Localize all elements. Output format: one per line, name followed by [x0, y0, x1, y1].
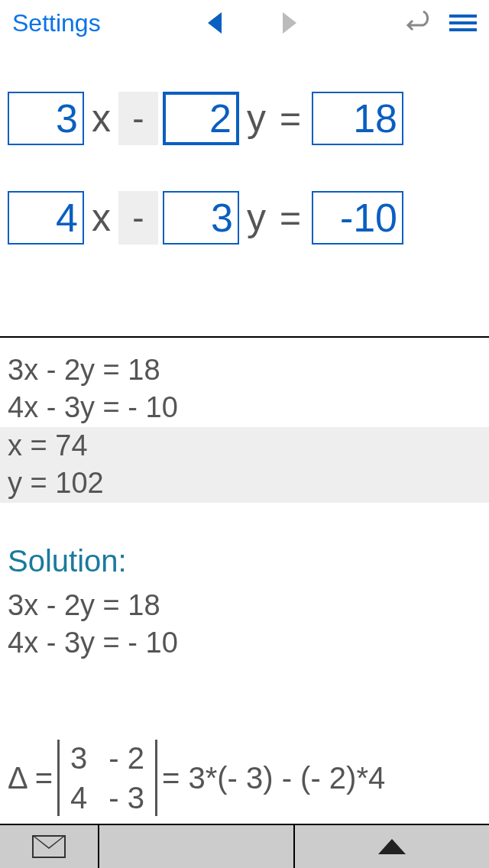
equation-input-area: x - y = x - y = — [0, 46, 489, 329]
delta-label: Δ = — [8, 758, 53, 798]
sign-toggle-2[interactable]: - — [118, 191, 158, 245]
const-c1-input[interactable] — [312, 92, 403, 145]
coef-b1-input[interactable] — [163, 92, 239, 145]
mail-button[interactable] — [0, 825, 99, 868]
bottom-toolbar — [0, 824, 489, 868]
solution-eq1: 3x - 2y = 18 — [8, 587, 481, 624]
bottom-empty-segment[interactable] — [99, 825, 295, 868]
header-actions — [403, 9, 477, 37]
determinant-matrix: 3 - 2 4 - 3 — [57, 738, 157, 818]
equation-row-2: x - y = — [8, 191, 481, 245]
det-m10: 4 — [70, 778, 87, 818]
solution-highlight: x = 74 y = 102 — [0, 427, 489, 503]
mail-icon — [32, 835, 66, 858]
undo-icon[interactable] — [403, 9, 431, 37]
result-eq2: 4x - 3y = - 10 — [8, 389, 481, 426]
sign-toggle-1[interactable]: - — [118, 92, 158, 145]
det-m01: - 2 — [108, 738, 144, 778]
det-bar-right — [155, 740, 157, 816]
header: Settings — [0, 0, 489, 46]
coef-a1-input[interactable] — [8, 92, 84, 145]
determinant-expression: Δ = 3 - 2 4 - 3 = 3*(- 3) - (- 2)*4 — [8, 738, 481, 818]
solution-heading: Solution: — [8, 541, 481, 581]
nav-arrows — [208, 12, 296, 34]
solution-x: x = 74 — [8, 427, 481, 465]
solution-y: y = 102 — [8, 465, 481, 502]
equation-row-1: x - y = — [8, 92, 481, 145]
settings-link[interactable]: Settings — [12, 9, 101, 37]
var-x-label: x — [89, 196, 114, 240]
det-expansion: = 3*(- 3) - (- 2)*4 — [162, 758, 385, 798]
det-m11: - 3 — [108, 778, 144, 818]
equals-sign: = — [274, 197, 307, 239]
coef-a2-input[interactable] — [8, 191, 84, 245]
results-panel: 3x - 2y = 18 4x - 3y = - 10 x = 74 y = 1… — [0, 338, 489, 831]
coef-b2-input[interactable] — [163, 191, 239, 245]
det-m00: 3 — [70, 738, 87, 778]
var-y-label: y — [244, 96, 269, 141]
var-y-label: y — [244, 196, 269, 240]
next-icon — [283, 12, 296, 34]
chevron-up-icon — [378, 839, 406, 854]
var-x-label: x — [89, 96, 114, 141]
expand-button[interactable] — [295, 825, 489, 868]
solution-eq2: 4x - 3y = - 10 — [8, 624, 481, 662]
const-c2-input[interactable] — [312, 191, 403, 245]
prev-icon[interactable] — [208, 12, 222, 34]
equals-sign: = — [274, 98, 307, 140]
menu-icon[interactable] — [449, 15, 477, 31]
result-eq1: 3x - 2y = 18 — [8, 351, 481, 389]
